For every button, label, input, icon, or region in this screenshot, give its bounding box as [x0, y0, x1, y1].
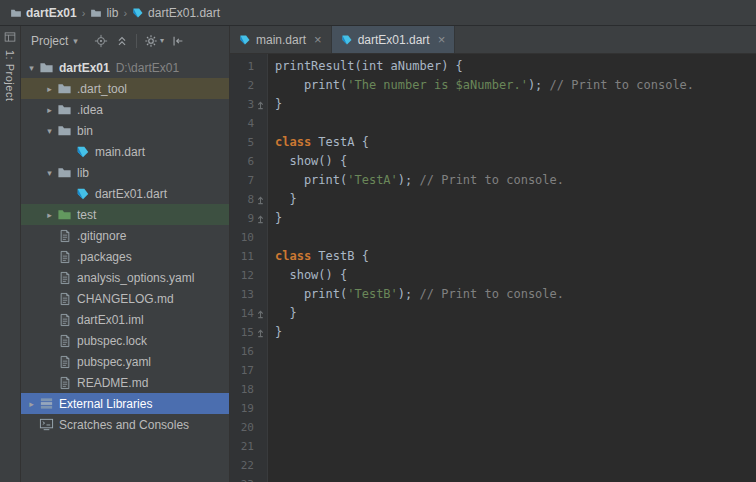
fold-spacer: [254, 247, 267, 266]
tree-expanded-arrow-icon[interactable]: ▾: [43, 126, 56, 136]
gutter-line: 11: [230, 247, 267, 266]
line-number: 6: [230, 152, 254, 171]
code-line[interactable]: }: [275, 323, 756, 342]
code-line[interactable]: print('The number is $aNumber.'); // Pri…: [275, 76, 756, 95]
breadcrumb-item-dartex01[interactable]: dartEx01: [7, 6, 80, 20]
breadcrumb-label: dartEx01: [26, 6, 77, 20]
tree-collapsed-arrow-icon[interactable]: ▸: [43, 210, 56, 220]
tree-item-dart-tool[interactable]: ▸.dart_tool: [21, 78, 229, 99]
code-line[interactable]: [275, 380, 756, 399]
code-line[interactable]: [275, 399, 756, 418]
tree-item-label: External Libraries: [59, 397, 152, 411]
tree-item-external-libraries[interactable]: ▸External Libraries: [21, 393, 229, 414]
code-token: show() {: [275, 268, 347, 282]
code-line[interactable]: }: [275, 95, 756, 114]
code-line[interactable]: [275, 342, 756, 361]
code-line[interactable]: print('TestA'); // Print to console.: [275, 171, 756, 190]
tab-close-icon[interactable]: ×: [438, 33, 446, 46]
tree-item-test[interactable]: ▸test: [21, 204, 229, 225]
tree-item-dartex01-dart[interactable]: dartEx01.dart: [21, 183, 229, 204]
file-icon: [56, 355, 73, 369]
main-row: 1: Project Project ▾ ▾ ▾dartEx01D:\dartE…: [0, 26, 756, 482]
code-editor[interactable]: printResult(int aNumber) { print('The nu…: [268, 54, 756, 482]
editor-tab-dartex01-dart[interactable]: dartEx01.dart×: [332, 26, 456, 53]
code-line[interactable]: [275, 114, 756, 133]
project-stripe-button[interactable]: 1: Project: [4, 31, 16, 101]
fold-spacer: [254, 171, 267, 190]
line-number: 14: [230, 304, 254, 323]
code-line[interactable]: show() {: [275, 266, 756, 285]
code-token: );: [398, 173, 420, 187]
tree-item-gitignore[interactable]: .gitignore: [21, 225, 229, 246]
fold-end-icon[interactable]: [254, 209, 267, 228]
code-line[interactable]: [275, 475, 756, 482]
tree-expanded-arrow-icon[interactable]: ▾: [43, 168, 56, 178]
code-line[interactable]: class TestB {: [275, 247, 756, 266]
tree-collapsed-arrow-icon[interactable]: ▸: [43, 84, 56, 94]
code-line[interactable]: }: [275, 304, 756, 323]
fold-end-icon[interactable]: [254, 190, 267, 209]
fold-end-icon[interactable]: [254, 323, 267, 342]
locate-icon[interactable]: [94, 34, 108, 48]
tree-item-dartex01[interactable]: ▾dartEx01D:\dartEx01: [21, 57, 229, 78]
breadcrumb-label: lib: [106, 6, 118, 20]
editor-tab-main-dart[interactable]: main.dart×: [230, 26, 332, 53]
code-line[interactable]: }: [275, 190, 756, 209]
gutter-line: 13: [230, 285, 267, 304]
code-line[interactable]: [275, 418, 756, 437]
code-token: // Print to console.: [420, 173, 565, 187]
code-line[interactable]: [275, 456, 756, 475]
fold-end-icon[interactable]: [254, 95, 267, 114]
code-token: 'The number is $aNumber.': [347, 78, 528, 92]
tree-item-pubspec-yaml[interactable]: pubspec.yaml: [21, 351, 229, 372]
tree-collapsed-arrow-icon[interactable]: ▸: [25, 399, 38, 409]
tree-item-changelog-md[interactable]: CHANGELOG.md: [21, 288, 229, 309]
tree-item-label: dartEx01.dart: [95, 187, 167, 201]
tree-item-packages[interactable]: .packages: [21, 246, 229, 267]
collapse-all-icon[interactable]: [115, 34, 129, 48]
dart-icon: [239, 34, 251, 46]
fold-spacer: [254, 475, 267, 482]
code-area: 1234567891011121314151617181920212223 pr…: [230, 54, 756, 482]
tree-item-bin[interactable]: ▾bin: [21, 120, 229, 141]
gutter-line: 2: [230, 76, 267, 95]
code-line[interactable]: class TestA {: [275, 133, 756, 152]
tree-item-analysis-options-yaml[interactable]: analysis_options.yaml: [21, 267, 229, 288]
project-view-dropdown[interactable]: Project ▾: [27, 32, 82, 50]
tree-item-dartex01-iml[interactable]: dartEx01.iml: [21, 309, 229, 330]
tree-item-main-dart[interactable]: main.dart: [21, 141, 229, 162]
line-number: 9: [230, 209, 254, 228]
breadcrumb-item-lib[interactable]: lib: [87, 6, 121, 20]
code-token: }: [275, 97, 282, 111]
tree-item-lib[interactable]: ▾lib: [21, 162, 229, 183]
file-icon: [56, 292, 73, 306]
tree-expanded-arrow-icon[interactable]: ▾: [25, 63, 38, 73]
breadcrumb-item-dartex01-dart[interactable]: dartEx01.dart: [129, 6, 223, 20]
code-line[interactable]: }: [275, 209, 756, 228]
tree-item-idea[interactable]: ▸.idea: [21, 99, 229, 120]
tree-item-pubspec-lock[interactable]: pubspec.lock: [21, 330, 229, 351]
tree-item-label: .packages: [77, 250, 132, 264]
line-number: 4: [230, 114, 254, 133]
tree-collapsed-arrow-icon[interactable]: ▸: [43, 105, 56, 115]
fold-end-icon[interactable]: [254, 304, 267, 323]
tree-item-scratches-and-consoles[interactable]: Scratches and Consoles: [21, 414, 229, 435]
code-line[interactable]: print('TestB'); // Print to console.: [275, 285, 756, 304]
tab-close-icon[interactable]: ×: [314, 33, 322, 46]
code-line[interactable]: [275, 228, 756, 247]
code-line[interactable]: printResult(int aNumber) {: [275, 57, 756, 76]
fold-spacer: [254, 76, 267, 95]
fold-spacer: [254, 114, 267, 133]
settings-icon[interactable]: ▾: [144, 34, 164, 48]
gutter-line: 20: [230, 418, 267, 437]
code-line[interactable]: show() {: [275, 152, 756, 171]
code-line[interactable]: [275, 361, 756, 380]
fold-spacer: [254, 456, 267, 475]
code-line[interactable]: [275, 437, 756, 456]
hide-icon[interactable]: [171, 34, 185, 48]
gutter-line: 19: [230, 399, 267, 418]
code-token: print(: [275, 287, 347, 301]
fold-spacer: [254, 285, 267, 304]
tree-item-readme-md[interactable]: README.md: [21, 372, 229, 393]
ide-window: dartEx01›lib›dartEx01.dart 1: Project Pr…: [0, 0, 756, 482]
